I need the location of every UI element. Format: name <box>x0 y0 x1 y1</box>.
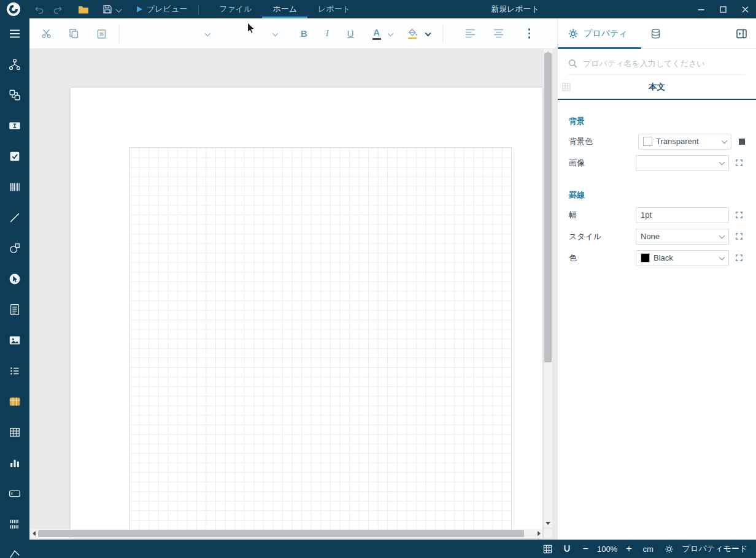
group-title-background: 背景 <box>569 116 745 127</box>
bold-button[interactable]: B <box>301 28 307 39</box>
color-swatch <box>643 137 652 146</box>
fill-color-dropdown-icon[interactable] <box>423 25 433 42</box>
toolbox-line-icon[interactable] <box>0 202 29 233</box>
background-image-select[interactable] <box>636 155 729 171</box>
toolbox-textbox-icon[interactable] <box>0 110 29 141</box>
toolbox-tablix-icon[interactable] <box>0 417 29 448</box>
toolbox-richtext-icon[interactable] <box>0 294 29 325</box>
toolbox-shape-icon[interactable] <box>0 233 29 264</box>
zoom-out-button[interactable]: − <box>583 543 588 554</box>
report-page[interactable] <box>71 88 542 538</box>
align-center-icon[interactable] <box>490 25 507 42</box>
menu-report[interactable]: レポート <box>307 0 361 18</box>
border-color-select[interactable]: Black <box>636 250 729 266</box>
toolbox-layout-icon[interactable] <box>0 80 29 110</box>
prop-label: スタイル <box>569 231 601 242</box>
format-toolbar: B I U A <box>29 18 557 49</box>
mode-gear-icon[interactable] <box>665 545 674 554</box>
expand-editor-icon[interactable] <box>733 211 745 219</box>
toolbox-select-icon[interactable] <box>0 264 29 294</box>
menu-file[interactable]: ファイル <box>209 0 262 18</box>
font-color-button[interactable]: A <box>372 27 381 40</box>
fill-color-button[interactable] <box>407 28 418 39</box>
save-dropdown-icon[interactable] <box>117 7 121 12</box>
horizontal-scrollbar[interactable] <box>31 529 542 538</box>
undo-icon[interactable] <box>34 5 44 14</box>
vertical-scrollbar-thumb[interactable] <box>544 53 552 362</box>
prop-row-background-color: 背景色 Transparent <box>569 131 745 152</box>
toolbox-barcode-icon[interactable] <box>0 172 29 202</box>
grid-toggle-icon[interactable] <box>543 545 552 554</box>
snap-magnet-icon[interactable] <box>562 544 572 554</box>
document-title: 新規レポート <box>491 0 539 18</box>
expand-editor-icon[interactable] <box>733 232 745 240</box>
redo-icon[interactable] <box>53 5 63 14</box>
cut-icon[interactable] <box>37 25 55 42</box>
expand-editor-icon[interactable] <box>733 254 745 262</box>
properties-panel: 本文 背景 背景色 Transparent 画像 <box>557 49 756 540</box>
design-canvas[interactable] <box>29 49 557 540</box>
toolbox-image-icon[interactable] <box>0 325 29 356</box>
zoom-in-button[interactable]: + <box>626 543 631 554</box>
fill-color-swatch <box>408 37 417 39</box>
vertical-scrollbar[interactable] <box>544 49 552 527</box>
underline-button[interactable]: U <box>347 28 354 39</box>
paste-icon[interactable] <box>93 25 110 42</box>
toolbox-chart-icon[interactable] <box>0 448 29 478</box>
toolbox-sidebar <box>0 18 29 558</box>
font-family-select[interactable] <box>134 25 214 42</box>
scroll-right-arrow[interactable] <box>538 531 541 536</box>
close-button[interactable] <box>734 0 756 18</box>
panel-header: プロパティ <box>557 18 756 49</box>
preview-button[interactable]: プレビュー <box>137 4 187 15</box>
paint-bucket-icon <box>407 28 418 37</box>
border-style-select[interactable]: None <box>636 229 729 245</box>
background-color-select[interactable]: Transparent <box>638 134 731 150</box>
toolbox-partial-icon[interactable] <box>0 540 29 558</box>
save-icon[interactable] <box>102 4 112 14</box>
advanced-color-button[interactable] <box>739 139 745 145</box>
target-tab-body[interactable]: 本文 <box>649 82 665 93</box>
maximize-button[interactable] <box>712 0 734 18</box>
toolbar-separator <box>442 25 443 43</box>
prop-row-background-image: 画像 <box>569 152 745 174</box>
toolbox-hierarchy-icon[interactable] <box>0 49 29 80</box>
menu-toggle-icon[interactable] <box>0 18 29 49</box>
target-tab-bar: 本文 <box>558 75 756 100</box>
font-color-dropdown-icon[interactable] <box>387 25 395 42</box>
play-icon <box>137 6 142 12</box>
prop-row-border-width: 幅 1pt <box>569 204 745 226</box>
property-search-input[interactable] <box>583 59 746 68</box>
tab-data[interactable] <box>650 28 662 39</box>
toolbar-separator <box>119 25 120 43</box>
zoom-level[interactable]: 100% <box>597 545 617 554</box>
open-file-icon[interactable] <box>78 5 89 14</box>
scroll-down-arrow[interactable] <box>546 522 550 525</box>
toolbox-checkbox-icon[interactable] <box>0 141 29 172</box>
toolbox-list-icon[interactable] <box>0 356 29 386</box>
toolbox-inputfield-icon[interactable] <box>0 478 29 509</box>
expand-editor-icon[interactable] <box>733 159 745 167</box>
menu-home[interactable]: ホーム <box>262 0 307 18</box>
unit-selector[interactable]: cm <box>643 545 654 554</box>
property-mode-button[interactable]: プロパティモード <box>682 543 747 554</box>
border-width-input[interactable]: 1pt <box>636 207 729 223</box>
font-size-select[interactable] <box>227 25 281 42</box>
prop-label: 幅 <box>569 210 577 221</box>
italic-button[interactable]: I <box>326 28 329 39</box>
tab-properties[interactable]: プロパティ <box>558 18 641 49</box>
toolbox-sparkline-icon[interactable] <box>0 509 29 540</box>
app-logo-icon <box>6 1 21 17</box>
scroll-left-arrow[interactable] <box>33 531 36 536</box>
more-options-icon[interactable] <box>521 28 538 39</box>
category-view-icon[interactable] <box>562 83 571 91</box>
design-grid[interactable] <box>129 147 512 533</box>
panel-toggle-button[interactable] <box>736 28 747 39</box>
copy-icon[interactable] <box>65 25 82 42</box>
align-left-icon[interactable] <box>462 25 479 42</box>
gear-icon <box>568 28 579 39</box>
minimize-button[interactable] <box>690 0 712 18</box>
prop-label: 背景色 <box>569 136 593 147</box>
toolbox-table-icon[interactable] <box>0 386 29 417</box>
horizontal-scrollbar-thumb[interactable] <box>38 530 524 537</box>
